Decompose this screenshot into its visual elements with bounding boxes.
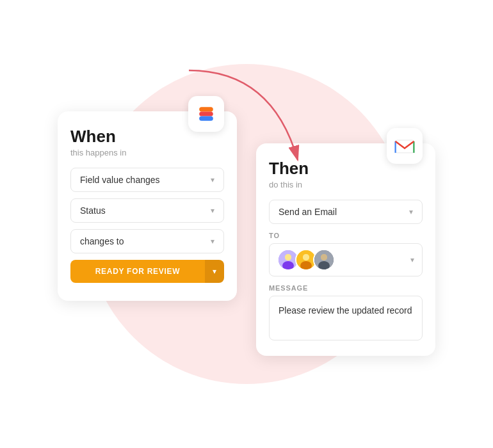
svg-point-16 (321, 254, 327, 260)
scene: When this happens in Field value changes… (16, 19, 477, 429)
avatars-group (277, 249, 331, 271)
message-label: MESSAGE (269, 284, 423, 292)
cards-container: When this happens in Field value changes… (58, 92, 435, 356)
field-value-text: Field value changes (80, 175, 160, 185)
recipients-chevron: ▾ (410, 255, 414, 264)
recipients-row[interactable]: ▾ (269, 243, 423, 276)
svg-point-8 (285, 254, 291, 260)
svg-point-12 (303, 254, 309, 260)
review-row: READY FOR REVIEW ▾ (70, 260, 224, 283)
changes-to-chevron: ▾ (211, 237, 214, 246)
status-dropdown[interactable]: Status ▾ (70, 198, 224, 223)
field-value-chevron: ▾ (211, 175, 214, 184)
smartsheet-icon (195, 102, 218, 125)
send-email-text: Send an Email (279, 207, 337, 217)
svg-rect-3 (199, 116, 213, 121)
gmail-logo-badge (387, 128, 423, 164)
svg-rect-1 (199, 107, 213, 111)
review-chevron-button[interactable]: ▾ (205, 260, 224, 283)
ready-for-review-button[interactable]: READY FOR REVIEW (70, 260, 205, 283)
send-email-dropdown[interactable]: Send an Email ▾ (269, 200, 423, 224)
changes-to-dropdown[interactable]: changes to ▾ (70, 229, 224, 253)
when-subtitle: this happens in (70, 148, 224, 157)
send-email-chevron: ▾ (409, 207, 413, 216)
status-text: Status (80, 205, 106, 216)
avatar-3 (313, 249, 335, 271)
then-card: Then do this in Send an Email ▾ TO (256, 143, 435, 356)
svg-rect-4 (396, 140, 414, 153)
when-card: When this happens in Field value changes… (58, 111, 237, 301)
then-subtitle: do this in (269, 180, 423, 189)
field-value-dropdown[interactable]: Field value changes ▾ (70, 168, 224, 192)
avatar-3-image (314, 250, 334, 269)
gmail-icon (393, 134, 416, 157)
changes-to-text: changes to (80, 236, 124, 246)
message-box[interactable]: Please review the updated record (269, 296, 423, 340)
smartsheet-logo-badge (188, 96, 224, 132)
status-chevron: ▾ (211, 206, 214, 215)
to-label: TO (269, 232, 423, 239)
svg-rect-2 (199, 111, 213, 116)
